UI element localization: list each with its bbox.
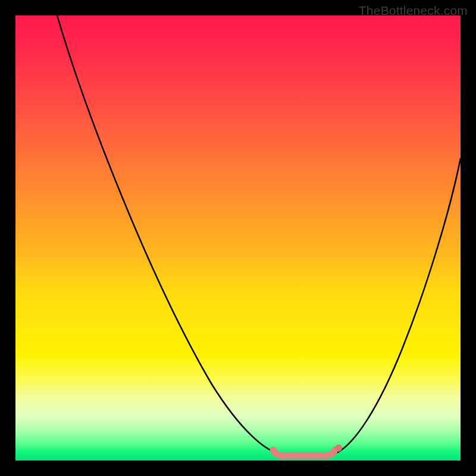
floor-segment (273, 450, 335, 456)
floor-dot (335, 444, 342, 452)
left-curve (57, 15, 277, 453)
chart-svg (15, 15, 461, 461)
right-curve (337, 158, 461, 453)
watermark-text: TheBottleneck.com (359, 4, 468, 18)
chart-area (15, 15, 461, 461)
